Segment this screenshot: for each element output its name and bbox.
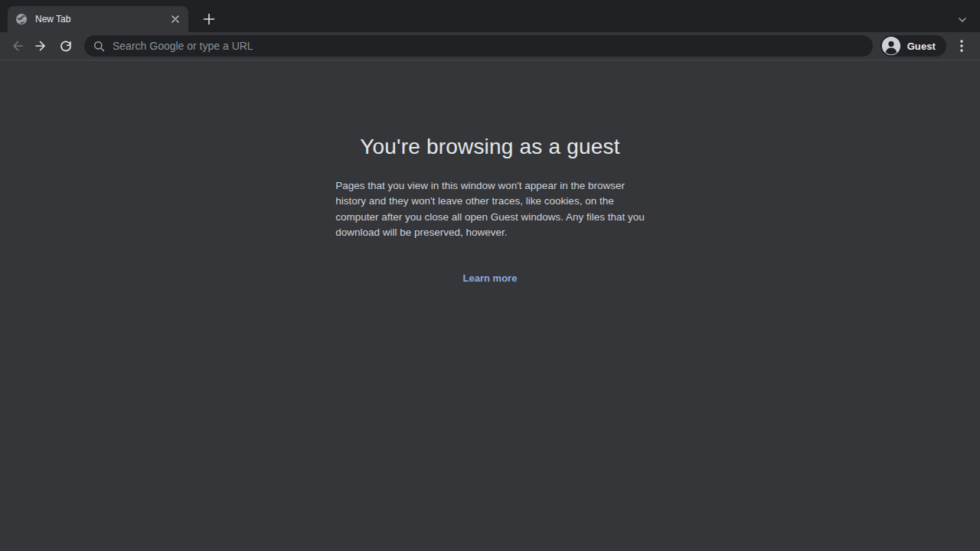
- person-icon: [882, 37, 900, 55]
- guest-description: Pages that you view in this window won't…: [335, 178, 645, 241]
- reload-icon: [59, 39, 73, 53]
- description-line: download will be preserved, however.: [335, 225, 645, 240]
- tab-strip: New Tab: [0, 0, 980, 32]
- tab-new-tab[interactable]: New Tab: [8, 6, 188, 32]
- page-title: You're browsing as a guest: [360, 135, 620, 159]
- address-search-input[interactable]: [111, 39, 864, 53]
- plus-icon: [203, 13, 215, 25]
- forward-arrow-icon: [34, 39, 48, 53]
- tab-title: New Tab: [35, 14, 168, 24]
- profile-label: Guest: [907, 41, 936, 52]
- close-icon[interactable]: [168, 12, 182, 26]
- reload-button[interactable]: [54, 34, 77, 57]
- profile-button[interactable]: Guest: [880, 35, 946, 57]
- omnibox[interactable]: [84, 35, 873, 57]
- new-tab-button[interactable]: [198, 8, 220, 30]
- browser-menu-button[interactable]: [951, 35, 972, 57]
- back-arrow-icon: [10, 39, 24, 53]
- description-line: history and they won't leave other trace…: [335, 194, 645, 209]
- forward-button[interactable]: [30, 34, 53, 57]
- three-dot-menu-icon: [960, 40, 963, 52]
- description-line: computer after you close all open Guest …: [335, 210, 645, 225]
- learn-more-link[interactable]: Learn more: [463, 272, 518, 284]
- back-button[interactable]: [5, 34, 28, 57]
- browser-toolbar: Guest: [0, 32, 980, 60]
- guest-new-tab-page: You're browsing as a guest Pages that yo…: [0, 60, 980, 550]
- chevron-down-icon[interactable]: [955, 12, 970, 28]
- description-line: Pages that you view in this window won't…: [335, 178, 645, 194]
- globe-icon: [15, 13, 28, 25]
- search-icon: [93, 41, 105, 52]
